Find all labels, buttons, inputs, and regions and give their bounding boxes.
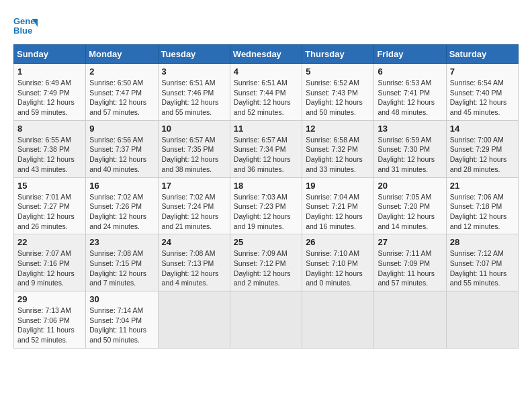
day-info: Sunrise: 7:06 AM Sunset: 7:18 PM Dayligh… <box>450 192 515 232</box>
calendar-cell: 22Sunrise: 7:07 AM Sunset: 7:16 PM Dayli… <box>14 234 86 291</box>
day-info: Sunrise: 6:57 AM Sunset: 7:35 PM Dayligh… <box>162 135 226 175</box>
calendar-week-row: 29Sunrise: 7:13 AM Sunset: 7:06 PM Dayli… <box>14 291 519 349</box>
day-number: 12 <box>306 124 370 134</box>
day-info: Sunrise: 6:54 AM Sunset: 7:40 PM Dayligh… <box>450 78 515 118</box>
day-number: 30 <box>89 294 154 304</box>
day-info: Sunrise: 7:14 AM Sunset: 7:04 PM Dayligh… <box>89 306 154 345</box>
day-info: Sunrise: 7:12 AM Sunset: 7:07 PM Dayligh… <box>450 248 515 288</box>
column-header-monday: Monday <box>86 45 158 64</box>
day-number: 1 <box>17 66 82 77</box>
calendar-cell: 4Sunrise: 6:51 AM Sunset: 7:44 PM Daylig… <box>230 64 302 121</box>
column-header-friday: Friday <box>374 45 446 64</box>
calendar-cell: 16Sunrise: 7:02 AM Sunset: 7:26 PM Dayli… <box>86 177 158 234</box>
day-number: 19 <box>306 181 370 191</box>
day-number: 5 <box>306 66 370 77</box>
calendar-cell: 6Sunrise: 6:53 AM Sunset: 7:41 PM Daylig… <box>374 64 446 121</box>
day-info: Sunrise: 6:55 AM Sunset: 7:38 PM Dayligh… <box>17 135 82 175</box>
day-info: Sunrise: 6:56 AM Sunset: 7:37 PM Dayligh… <box>89 135 154 175</box>
calendar-cell: 28Sunrise: 7:12 AM Sunset: 7:07 PM Dayli… <box>446 234 518 291</box>
calendar-week-row: 1Sunrise: 6:49 AM Sunset: 7:49 PM Daylig… <box>14 64 519 121</box>
day-info: Sunrise: 7:10 AM Sunset: 7:10 PM Dayligh… <box>306 248 370 288</box>
column-header-thursday: Thursday <box>302 45 374 64</box>
calendar-cell: 1Sunrise: 6:49 AM Sunset: 7:49 PM Daylig… <box>14 64 86 121</box>
day-info: Sunrise: 7:02 AM Sunset: 7:26 PM Dayligh… <box>89 192 154 232</box>
day-info: Sunrise: 6:49 AM Sunset: 7:49 PM Dayligh… <box>17 78 82 118</box>
calendar-cell: 15Sunrise: 7:01 AM Sunset: 7:27 PM Dayli… <box>14 177 86 234</box>
calendar-cell: 2Sunrise: 6:50 AM Sunset: 7:47 PM Daylig… <box>86 64 158 121</box>
logo: General Blue <box>13 13 38 38</box>
calendar-cell: 27Sunrise: 7:11 AM Sunset: 7:09 PM Dayli… <box>374 234 446 291</box>
calendar-cell <box>158 291 230 349</box>
day-number: 9 <box>89 124 154 134</box>
calendar-cell: 30Sunrise: 7:14 AM Sunset: 7:04 PM Dayli… <box>86 291 158 349</box>
day-info: Sunrise: 7:03 AM Sunset: 7:23 PM Dayligh… <box>234 192 298 232</box>
day-number: 11 <box>234 124 298 134</box>
calendar-week-row: 8Sunrise: 6:55 AM Sunset: 7:38 PM Daylig… <box>14 120 519 177</box>
day-number: 16 <box>89 181 154 191</box>
day-info: Sunrise: 7:02 AM Sunset: 7:24 PM Dayligh… <box>162 192 226 232</box>
calendar-week-row: 15Sunrise: 7:01 AM Sunset: 7:27 PM Dayli… <box>14 177 519 234</box>
column-header-sunday: Sunday <box>14 45 86 64</box>
calendar-table: SundayMondayTuesdayWednesdayThursdayFrid… <box>13 44 519 349</box>
day-number: 18 <box>234 181 298 191</box>
calendar-cell: 20Sunrise: 7:05 AM Sunset: 7:20 PM Dayli… <box>374 177 446 234</box>
calendar-cell <box>302 291 374 349</box>
day-info: Sunrise: 6:59 AM Sunset: 7:30 PM Dayligh… <box>378 135 442 175</box>
day-info: Sunrise: 7:00 AM Sunset: 7:29 PM Dayligh… <box>450 135 515 175</box>
day-number: 17 <box>162 181 226 191</box>
day-number: 2 <box>89 66 154 77</box>
day-info: Sunrise: 6:57 AM Sunset: 7:34 PM Dayligh… <box>234 135 298 175</box>
day-info: Sunrise: 6:53 AM Sunset: 7:41 PM Dayligh… <box>378 78 442 118</box>
day-number: 22 <box>17 237 82 247</box>
logo-icon: General Blue <box>13 13 38 38</box>
day-number: 24 <box>162 237 226 247</box>
day-info: Sunrise: 6:58 AM Sunset: 7:32 PM Dayligh… <box>306 135 370 175</box>
calendar-header-row: SundayMondayTuesdayWednesdayThursdayFrid… <box>14 45 519 64</box>
day-info: Sunrise: 7:13 AM Sunset: 7:06 PM Dayligh… <box>17 306 82 345</box>
day-number: 25 <box>234 237 298 247</box>
calendar-cell: 18Sunrise: 7:03 AM Sunset: 7:23 PM Dayli… <box>230 177 302 234</box>
day-info: Sunrise: 7:08 AM Sunset: 7:13 PM Dayligh… <box>162 248 226 288</box>
day-info: Sunrise: 7:11 AM Sunset: 7:09 PM Dayligh… <box>378 248 442 288</box>
day-number: 15 <box>17 181 82 191</box>
day-number: 27 <box>378 237 442 247</box>
calendar-cell: 24Sunrise: 7:08 AM Sunset: 7:13 PM Dayli… <box>158 234 230 291</box>
calendar-cell: 12Sunrise: 6:58 AM Sunset: 7:32 PM Dayli… <box>302 120 374 177</box>
day-number: 8 <box>17 124 82 134</box>
day-number: 29 <box>17 294 82 304</box>
calendar-cell: 29Sunrise: 7:13 AM Sunset: 7:06 PM Dayli… <box>14 291 86 349</box>
day-info: Sunrise: 6:50 AM Sunset: 7:47 PM Dayligh… <box>89 78 154 118</box>
column-header-saturday: Saturday <box>446 45 518 64</box>
calendar-cell: 3Sunrise: 6:51 AM Sunset: 7:46 PM Daylig… <box>158 64 230 121</box>
calendar-cell: 25Sunrise: 7:09 AM Sunset: 7:12 PM Dayli… <box>230 234 302 291</box>
calendar-cell <box>374 291 446 349</box>
day-number: 4 <box>234 66 298 77</box>
day-info: Sunrise: 7:05 AM Sunset: 7:20 PM Dayligh… <box>378 192 442 232</box>
calendar-cell: 17Sunrise: 7:02 AM Sunset: 7:24 PM Dayli… <box>158 177 230 234</box>
calendar-cell: 11Sunrise: 6:57 AM Sunset: 7:34 PM Dayli… <box>230 120 302 177</box>
day-number: 14 <box>450 124 515 134</box>
day-info: Sunrise: 7:09 AM Sunset: 7:12 PM Dayligh… <box>234 248 298 288</box>
day-number: 3 <box>162 66 226 77</box>
calendar-cell: 26Sunrise: 7:10 AM Sunset: 7:10 PM Dayli… <box>302 234 374 291</box>
day-info: Sunrise: 6:51 AM Sunset: 7:46 PM Dayligh… <box>162 78 226 118</box>
calendar-cell: 14Sunrise: 7:00 AM Sunset: 7:29 PM Dayli… <box>446 120 518 177</box>
day-info: Sunrise: 7:08 AM Sunset: 7:15 PM Dayligh… <box>89 248 154 288</box>
day-number: 23 <box>89 237 154 247</box>
calendar-cell: 23Sunrise: 7:08 AM Sunset: 7:15 PM Dayli… <box>86 234 158 291</box>
svg-text:Blue: Blue <box>13 26 32 36</box>
day-number: 6 <box>378 66 442 77</box>
day-number: 10 <box>162 124 226 134</box>
calendar-cell <box>230 291 302 349</box>
day-info: Sunrise: 6:52 AM Sunset: 7:43 PM Dayligh… <box>306 78 370 118</box>
calendar-cell: 5Sunrise: 6:52 AM Sunset: 7:43 PM Daylig… <box>302 64 374 121</box>
page-header: General Blue <box>13 13 519 38</box>
calendar-cell: 10Sunrise: 6:57 AM Sunset: 7:35 PM Dayli… <box>158 120 230 177</box>
column-header-tuesday: Tuesday <box>158 45 230 64</box>
day-info: Sunrise: 6:51 AM Sunset: 7:44 PM Dayligh… <box>234 78 298 118</box>
calendar-cell: 7Sunrise: 6:54 AM Sunset: 7:40 PM Daylig… <box>446 64 518 121</box>
day-number: 26 <box>306 237 370 247</box>
day-number: 21 <box>450 181 515 191</box>
day-info: Sunrise: 7:07 AM Sunset: 7:16 PM Dayligh… <box>17 248 82 288</box>
calendar-cell: 21Sunrise: 7:06 AM Sunset: 7:18 PM Dayli… <box>446 177 518 234</box>
